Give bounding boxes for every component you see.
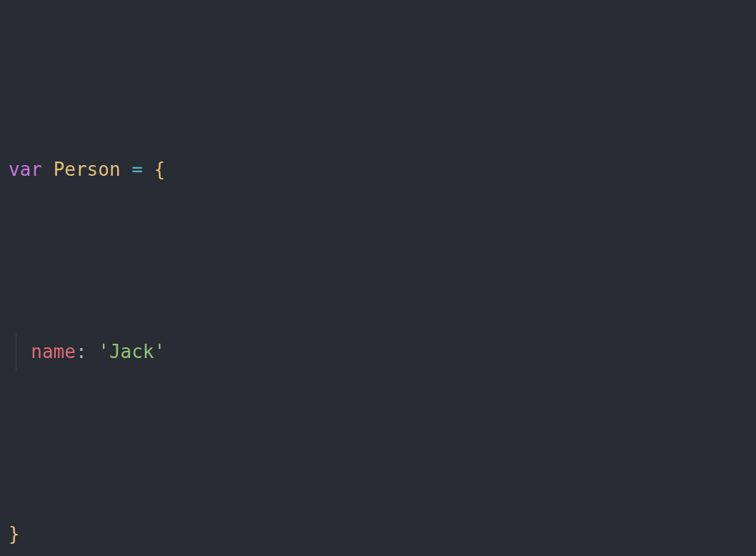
string-literal: 'Jack': [98, 341, 165, 362]
code-editor[interactable]: var Person = { name: 'Jack' } Object.pre…: [0, 0, 756, 556]
colon: :: [76, 341, 87, 362]
operator-equals: =: [131, 159, 143, 180]
code-line[interactable]: var Person = {: [6, 152, 750, 188]
code-line[interactable]: name: 'Jack': [6, 334, 750, 370]
keyword-var: var: [9, 159, 42, 180]
brace-open: {: [154, 159, 166, 180]
brace-close: }: [9, 523, 20, 545]
code-line[interactable]: }: [6, 516, 750, 552]
property-name: name: [31, 341, 76, 362]
identifier-person: Person: [54, 159, 121, 180]
